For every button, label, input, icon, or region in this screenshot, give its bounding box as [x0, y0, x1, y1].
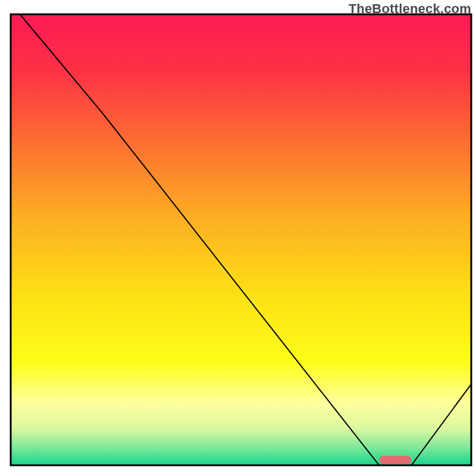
- gradient-background: [11, 14, 471, 465]
- watermark-label: TheBottleneck.com: [349, 1, 471, 17]
- plot-area: [11, 14, 471, 465]
- bottleneck-chart: TheBottleneck.com: [0, 0, 476, 476]
- optimal-marker: [379, 456, 411, 464]
- chart-svg: [0, 0, 476, 476]
